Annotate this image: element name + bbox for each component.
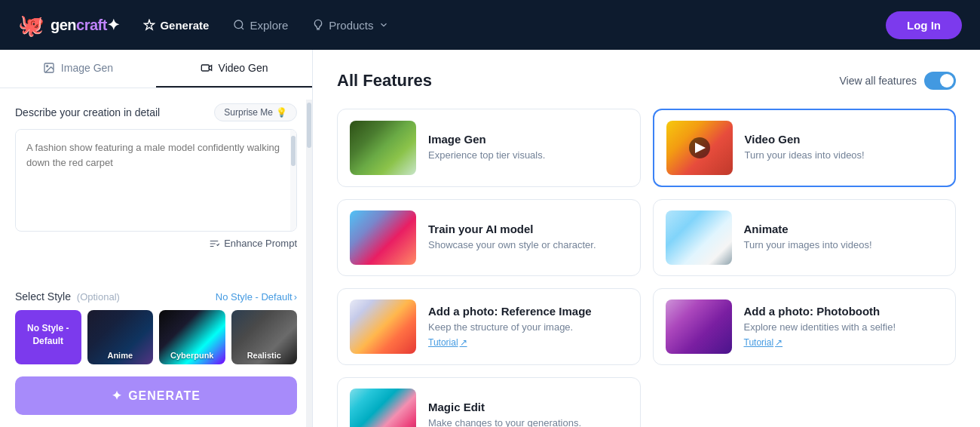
feature-desc-image-gen: Experience top tier visuals. [428, 149, 628, 162]
svg-rect-3 [201, 65, 209, 71]
products-label: Products [329, 19, 373, 32]
nav-products[interactable]: Products [312, 19, 388, 32]
surprise-label: Surprise Me [224, 107, 273, 118]
tab-video-gen[interactable]: Video Gen [156, 50, 312, 88]
style-label-main: Select Style [15, 290, 71, 303]
generate-sparkle-icon: ✦ [112, 389, 122, 403]
photobooth-tutorial-link[interactable]: Tutorial ↗ [744, 337, 783, 348]
feature-card-photobooth[interactable]: Add a photo: Photobooth Explore new iden… [653, 288, 957, 365]
left-panel: Image Gen Video Gen Describe your creati… [0, 50, 313, 427]
feature-img-reference [350, 300, 416, 354]
nav-generate[interactable]: Generate [143, 19, 209, 32]
style-no-style-label: No Style -Default [21, 310, 75, 363]
style-cyberpunk-label: Cyberpunk [159, 348, 225, 364]
feature-img-magic-edit [350, 389, 416, 427]
style-card-no-style[interactable]: No Style -Default [15, 310, 81, 364]
feature-img-image-gen [350, 121, 416, 175]
login-button[interactable]: Log In [886, 11, 962, 39]
feature-desc-magic-edit: Make changes to your generations. [428, 416, 628, 427]
scroll-thumb [307, 103, 311, 148]
video-gen-tab-label: Video Gen [219, 62, 268, 74]
feature-img-train-ai [350, 210, 416, 265]
surprise-me-button[interactable]: Surprise Me 💡 [214, 103, 297, 121]
feature-desc-reference: Keep the structure of your image. [428, 321, 628, 334]
feature-card-video-gen[interactable]: Video Gen Turn your ideas into videos! [653, 109, 957, 187]
feature-card-train-ai[interactable]: Train your AI model Showcase your own st… [337, 199, 641, 276]
right-content: All Features View all features Image Gen… [313, 50, 980, 427]
chevron-down-icon [378, 20, 389, 30]
feature-card-animate[interactable]: Animate Turn your images into videos! [653, 199, 957, 276]
sparkle-icon [143, 19, 155, 31]
feature-info-reference: Add a photo: Reference Image Keep the st… [428, 305, 628, 349]
photobooth-tutorial-label: Tutorial [744, 337, 774, 348]
tab-image-gen[interactable]: Image Gen [0, 50, 156, 88]
feature-img-photobooth [666, 300, 732, 354]
header: 🐙 gencraft✦ Generate Explore Products Lo… [0, 0, 980, 50]
style-grid: No Style -Default Anime Cyberpunk Realis… [15, 310, 297, 364]
feature-info-image-gen: Image Gen Experience top tier visuals. [428, 133, 628, 162]
reference-tutorial-link[interactable]: Tutorial ↗ [428, 337, 467, 348]
generate-label: GENERATE [128, 389, 201, 403]
features-grid: Image Gen Experience top tier visuals. V… [337, 109, 956, 427]
feature-name-image-gen: Image Gen [428, 133, 628, 146]
nav-explore[interactable]: Explore [233, 19, 288, 32]
feature-img-animate [666, 210, 732, 265]
view-all-toggle[interactable] [924, 72, 956, 90]
feature-card-reference[interactable]: Add a photo: Reference Image Keep the st… [337, 288, 641, 365]
feature-img-video-gen [666, 121, 733, 175]
features-header: All Features View all features [337, 71, 956, 91]
feature-name-video-gen: Video Gen [745, 133, 943, 146]
style-anime-label: Anime [87, 348, 154, 364]
style-label-row: Select Style (Optional) No Style - Defau… [15, 290, 297, 303]
feature-card-image-gen[interactable]: Image Gen Experience top tier visuals. [337, 109, 641, 187]
prompt-textarea-wrapper [15, 129, 297, 232]
feature-desc-video-gen: Turn your ideas into videos! [745, 149, 943, 162]
feature-card-magic-edit[interactable]: Magic Edit Make changes to your generati… [337, 377, 641, 427]
panel-scrollbar[interactable] [306, 100, 312, 427]
enhance-icon [209, 238, 219, 249]
enhance-prompt-button[interactable]: Enhance Prompt [15, 232, 297, 257]
form-area: Describe your creation in detail Surpris… [0, 88, 312, 290]
feature-info-photobooth: Add a photo: Photobooth Explore new iden… [744, 305, 944, 349]
search-icon [233, 19, 245, 31]
main-layout: Image Gen Video Gen Describe your creati… [0, 50, 980, 427]
style-card-realistic[interactable]: Realistic [231, 310, 298, 364]
play-icon [695, 143, 706, 153]
image-gen-tab-label: Image Gen [61, 62, 113, 74]
textarea-scrollbar[interactable] [290, 130, 296, 231]
prompt-label: Describe your creation in detail [15, 106, 160, 118]
video-icon [201, 62, 213, 74]
toggle-thumb [940, 74, 954, 88]
video-play-overlay [689, 137, 710, 158]
image-icon [43, 62, 55, 74]
external-link-icon-2: ↗ [775, 337, 782, 348]
feature-desc-animate: Turn your images into videos! [744, 238, 944, 252]
generate-label: Generate [160, 19, 209, 32]
style-default-label: No Style - Default [216, 291, 292, 303]
feature-info-video-gen: Video Gen Turn your ideas into videos! [745, 133, 943, 162]
reference-tutorial-label: Tutorial [428, 337, 458, 348]
no-style-default-link[interactable]: No Style - Default › [216, 291, 297, 303]
generate-button[interactable]: ✦ GENERATE [15, 376, 297, 415]
feature-desc-train-ai: Showcase your own style or character. [428, 238, 628, 252]
logo[interactable]: 🐙 gencraft✦ [18, 13, 119, 38]
prompt-input[interactable] [16, 130, 296, 228]
style-section: Select Style (Optional) No Style - Defau… [0, 290, 312, 376]
feature-name-train-ai: Train your AI model [428, 223, 628, 235]
style-card-anime[interactable]: Anime [87, 310, 154, 364]
svg-point-2 [47, 66, 48, 67]
style-card-cyberpunk[interactable]: Cyberpunk [159, 310, 225, 364]
style-realistic-label: Realistic [231, 348, 298, 364]
feature-name-animate: Animate [744, 223, 944, 235]
textarea-scroll-thumb [291, 136, 296, 166]
bulb-icon [312, 19, 324, 31]
logo-octopus-icon: 🐙 [18, 13, 44, 38]
svg-point-0 [234, 20, 243, 29]
surprise-emoji-icon: 💡 [276, 107, 287, 118]
enhance-label: Enhance Prompt [224, 238, 297, 249]
features-title: All Features [337, 71, 432, 91]
feature-info-animate: Animate Turn your images into videos! [744, 223, 944, 252]
external-link-icon: ↗ [460, 337, 467, 348]
view-all-row: View all features [840, 72, 956, 90]
chevron-right-icon: › [294, 291, 297, 303]
